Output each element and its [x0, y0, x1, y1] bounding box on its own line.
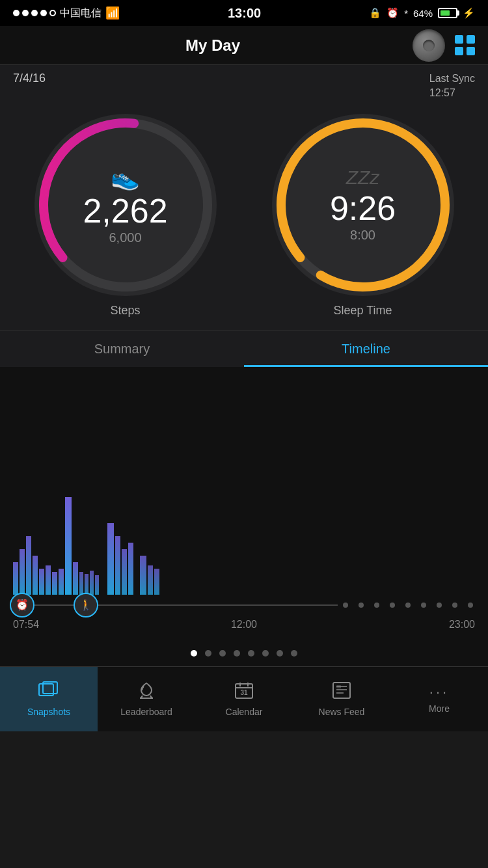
- svg-rect-8: [33, 556, 38, 595]
- svg-rect-11: [52, 572, 57, 595]
- page-dot-5[interactable]: [248, 650, 254, 657]
- nav-snapshots[interactable]: Snapshots: [0, 667, 98, 731]
- grid-dot: [467, 35, 475, 44]
- steps-icon: 👟: [111, 164, 140, 191]
- leaderboard-label: Leaderboard: [120, 707, 172, 717]
- dot4: [40, 10, 47, 16]
- more-icon: ···: [429, 684, 449, 701]
- calendar-label: Calendar: [226, 707, 263, 717]
- dot1: [13, 10, 20, 16]
- page-dot-7[interactable]: [277, 650, 283, 657]
- nav-leaderboard[interactable]: Leaderboard: [98, 667, 195, 731]
- alarm-icon: ⏰: [386, 7, 399, 19]
- steps-widget: 👟 2,262 6,000 Steps: [21, 114, 230, 318]
- charging-icon: ⚡: [463, 7, 475, 19]
- svg-rect-12: [59, 569, 64, 595]
- alarm-timeline-icon[interactable]: ⏰: [10, 593, 34, 617]
- tabs-row: Summary Timeline: [0, 331, 488, 367]
- app-header: My Day: [0, 26, 488, 65]
- svg-rect-37: [336, 685, 341, 688]
- walk-timeline-icon[interactable]: 🚶: [74, 593, 98, 617]
- time-end: 23:00: [449, 619, 475, 631]
- timeline-area: ⏰ 🚶 07:54 12:00 23:00: [0, 367, 488, 666]
- timeline-line-2: [98, 604, 338, 606]
- snapshots-label: Snapshots: [27, 707, 70, 717]
- page-title: My Day: [185, 36, 240, 55]
- sleep-ring-container: ZZz 9:26 8:00: [272, 114, 454, 296]
- status-bar: 中国电信 📶 13:00 🔒 ⏰ * 64% ⚡: [0, 0, 488, 26]
- sleep-goal: 8:00: [350, 228, 375, 243]
- timeline-dot-3: [374, 603, 379, 608]
- svg-rect-23: [140, 556, 146, 595]
- svg-rect-21: [122, 549, 127, 595]
- steps-goal: 6,000: [109, 230, 141, 245]
- grid-icon[interactable]: [455, 35, 475, 55]
- page-dot-3[interactable]: [219, 650, 226, 657]
- sleep-value: 9:26: [330, 191, 396, 225]
- steps-value: 2,262: [83, 194, 167, 228]
- svg-rect-33: [333, 683, 350, 698]
- time-mid: 12:00: [231, 619, 257, 631]
- dot3: [31, 10, 38, 16]
- battery-box: [438, 8, 457, 18]
- page-indicators: [0, 650, 488, 657]
- timeline-dot-6: [421, 603, 426, 608]
- timeline-dot-7: [437, 603, 442, 608]
- status-time: 13:00: [228, 6, 261, 21]
- lock-icon: 🔒: [369, 7, 381, 19]
- page-dot-6[interactable]: [262, 650, 269, 657]
- steps-label: Steps: [110, 304, 140, 318]
- grid-dot: [455, 35, 463, 44]
- newsfeed-label: News Feed: [319, 707, 365, 717]
- grid-dot: [467, 47, 475, 55]
- timeline-dot-5: [405, 603, 411, 608]
- svg-rect-20: [115, 536, 120, 595]
- timeline-dot-1: [343, 603, 348, 608]
- sleep-label: Sleep Time: [333, 304, 392, 318]
- time-start: 07:54: [13, 619, 39, 631]
- snapshots-icon: [38, 681, 59, 704]
- svg-rect-19: [107, 523, 114, 595]
- sync-info: Last Sync 12:57: [429, 72, 475, 101]
- wifi-icon: 📶: [105, 6, 120, 20]
- svg-rect-16: [85, 574, 88, 595]
- page-dot-1[interactable]: [191, 650, 197, 657]
- status-right: 🔒 ⏰ * 64% ⚡: [369, 7, 475, 19]
- date-row: 7/4/16 Last Sync 12:57: [0, 65, 488, 107]
- page-dot-2[interactable]: [205, 650, 211, 657]
- battery-fill: [441, 10, 450, 16]
- svg-rect-14: [73, 562, 78, 595]
- timeline-dot-9: [468, 603, 473, 608]
- time-axis: 07:54 12:00 23:00: [0, 619, 488, 631]
- leaderboard-icon: [136, 681, 157, 704]
- battery-indicator: [438, 8, 457, 18]
- timeline-dot-4: [390, 603, 395, 608]
- metrics-row: 👟 2,262 6,000 Steps: [0, 107, 488, 331]
- dot2: [22, 10, 29, 16]
- svg-rect-24: [148, 565, 153, 595]
- timeline-dot-2: [359, 603, 364, 608]
- svg-text:31: 31: [240, 689, 248, 696]
- nav-newsfeed[interactable]: News Feed: [293, 667, 390, 731]
- status-left: 中国电信 📶: [13, 6, 120, 20]
- nav-calendar[interactable]: 31 Calendar: [195, 667, 293, 731]
- svg-rect-9: [39, 569, 44, 595]
- svg-rect-18: [95, 575, 99, 595]
- timeline-line-1: [34, 604, 74, 606]
- page-dot-4[interactable]: [234, 650, 240, 657]
- more-label: More: [429, 703, 450, 714]
- page-dot-8[interactable]: [291, 650, 297, 657]
- tab-timeline[interactable]: Timeline: [244, 331, 488, 367]
- sync-label: Last Sync 12:57: [429, 73, 475, 98]
- nav-more[interactable]: ··· More: [390, 667, 488, 731]
- device-button[interactable]: [413, 29, 445, 62]
- carrier-label: 中国电信: [60, 7, 102, 20]
- dot5: [49, 10, 56, 16]
- svg-rect-7: [26, 536, 31, 595]
- svg-rect-5: [13, 562, 18, 595]
- sleep-widget: ZZz 9:26 8:00 Sleep Time: [259, 114, 467, 318]
- svg-rect-6: [20, 549, 25, 595]
- sleep-icon: ZZz: [346, 167, 380, 189]
- tab-summary[interactable]: Summary: [0, 331, 244, 367]
- svg-rect-17: [90, 571, 94, 595]
